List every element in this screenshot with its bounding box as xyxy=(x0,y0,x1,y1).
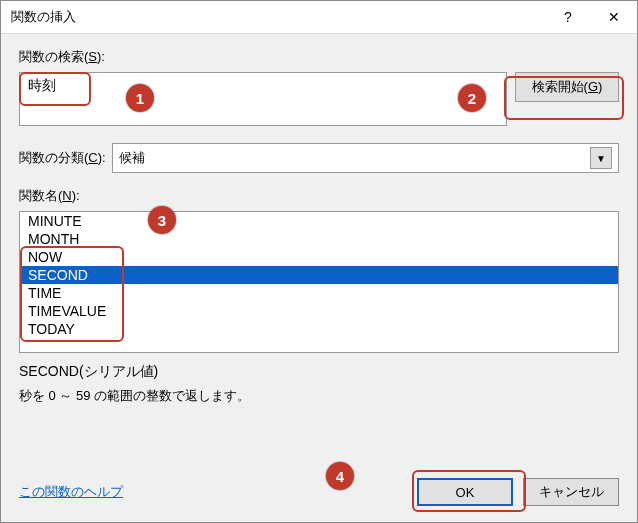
search-label: 関数の検索(S): xyxy=(19,48,619,66)
function-description: 秒を 0 ～ 59 の範囲の整数で返します。 xyxy=(19,387,619,405)
function-list[interactable]: MINUTEMONTHNOWSECONDTIMETIMEVALUETODAY xyxy=(19,211,619,353)
category-select[interactable]: 候補 ▼ xyxy=(112,143,619,173)
chevron-down-icon[interactable]: ▼ xyxy=(590,147,612,169)
function-name-label: 関数名(N): xyxy=(19,187,619,205)
close-icon[interactable]: ✕ xyxy=(591,1,637,33)
cancel-button[interactable]: キャンセル xyxy=(523,478,619,506)
help-icon[interactable]: ? xyxy=(545,1,591,33)
ok-button[interactable]: OK xyxy=(417,478,513,506)
category-value: 候補 xyxy=(119,149,590,167)
function-list-item[interactable]: MONTH xyxy=(20,230,618,248)
function-list-item[interactable]: MINUTE xyxy=(20,212,618,230)
function-list-item[interactable]: TIME xyxy=(20,284,618,302)
function-list-item[interactable]: NOW xyxy=(20,248,618,266)
help-link[interactable]: この関数のヘルプ xyxy=(19,483,407,501)
function-list-item[interactable]: TIMEVALUE xyxy=(20,302,618,320)
search-input[interactable]: 時刻 xyxy=(19,72,507,126)
category-label: 関数の分類(C): xyxy=(19,149,106,167)
function-list-item[interactable]: SECOND xyxy=(20,266,618,284)
dialog-title: 関数の挿入 xyxy=(1,8,545,26)
titlebar: 関数の挿入 ? ✕ xyxy=(1,1,637,34)
function-signature: SECOND(シリアル値) xyxy=(19,363,619,381)
function-list-item[interactable]: TODAY xyxy=(20,320,618,338)
search-go-button[interactable]: 検索開始(G) xyxy=(515,72,619,102)
